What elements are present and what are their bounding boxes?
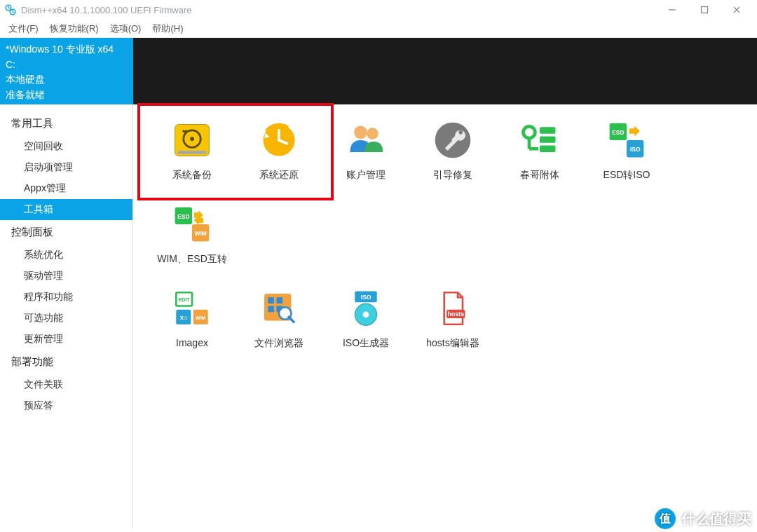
svg-point-19 xyxy=(458,130,463,135)
tool-label: ISO生成器 xyxy=(343,337,389,350)
tool-label: 文件浏览器 xyxy=(254,337,304,350)
sidebar-item-unattend[interactable]: 预应答 xyxy=(0,395,132,416)
sidebar-group-controlpanel: 控制面板 xyxy=(0,220,132,245)
sidebar-item-driver-mgmt[interactable]: 驱动管理 xyxy=(0,266,132,287)
svg-text:ESD: ESD xyxy=(177,213,189,220)
wrench-gear-icon xyxy=(431,118,475,162)
menu-help[interactable]: 帮助(H) xyxy=(148,21,187,36)
watermark-text: 什么值得买 xyxy=(681,510,751,528)
svg-text:ISO: ISO xyxy=(360,294,371,301)
svg-rect-3 xyxy=(702,7,708,13)
svg-point-15 xyxy=(354,125,367,139)
watermark-badge-icon: 值 xyxy=(655,508,676,529)
sidebar-item-space-reclaim[interactable]: 空间回收 xyxy=(0,136,132,157)
tool-system-restore[interactable]: 系统还原 xyxy=(236,114,322,198)
green-blocks-icon xyxy=(518,118,561,162)
tool-chunge[interactable]: 春哥附体 xyxy=(496,114,583,198)
sidebar-item-system-optimize[interactable]: 系统优化 xyxy=(0,245,132,266)
app-icon xyxy=(4,4,17,16)
users-icon xyxy=(344,118,388,162)
svg-text:WIM: WIM xyxy=(195,230,207,237)
svg-rect-41 xyxy=(268,297,274,303)
menu-options[interactable]: 选项(O) xyxy=(106,21,146,36)
hosts-icon: hosts xyxy=(431,287,475,330)
svg-text:ISO: ISO xyxy=(630,146,641,153)
tool-label: Imagex xyxy=(176,337,208,348)
content-toolbox: 系统备份 系统还原 xyxy=(133,104,757,528)
tool-label: 春哥附体 xyxy=(520,169,559,182)
svg-point-20 xyxy=(524,126,536,138)
tool-file-browser[interactable]: 文件浏览器 xyxy=(236,282,322,367)
tool-iso-generator[interactable]: ISO ISO生成器 xyxy=(322,282,409,367)
tool-label: 系统还原 xyxy=(259,169,299,182)
imagex-icon: EDIT X:\ WIM xyxy=(170,287,214,330)
window-title: Dism++x64 10.1.1000.100 UEFI Firmware xyxy=(21,5,656,15)
backup-hdd-icon xyxy=(170,118,214,162)
tool-label: ESD转ISO xyxy=(603,169,650,182)
svg-rect-42 xyxy=(277,297,283,303)
svg-rect-22 xyxy=(540,136,556,142)
sidebar-item-appx[interactable]: Appx管理 xyxy=(0,178,132,199)
svg-rect-10 xyxy=(177,151,206,154)
image-info-panel[interactable]: *Windows 10 专业版 x64 C: 本地硬盘 准备就绪 xyxy=(0,38,133,104)
tool-imagex[interactable]: EDIT X:\ WIM Imagex xyxy=(149,282,236,367)
wim-esd-icon: ESD WIM xyxy=(170,203,214,246)
sidebar-group-common: 常用工具 xyxy=(0,111,132,136)
menubar: 文件(F) 恢复功能(R) 选项(O) 帮助(H) xyxy=(0,20,757,38)
info-disk: 本地硬盘 xyxy=(6,72,128,88)
info-status: 准备就绪 xyxy=(6,88,128,103)
tool-wim-esd-swap[interactable]: ESD WIM WIM、ESD互转 xyxy=(149,198,236,282)
info-os: *Windows 10 专业版 x64 xyxy=(6,42,128,57)
tool-label: 系统备份 xyxy=(172,169,212,182)
svg-line-46 xyxy=(289,317,294,322)
svg-text:hosts: hosts xyxy=(448,311,464,318)
svg-rect-21 xyxy=(540,127,556,133)
tool-label: 引导修复 xyxy=(433,169,472,182)
infobar: *Windows 10 专业版 x64 C: 本地硬盘 准备就绪 xyxy=(0,38,757,104)
esd-iso-icon: ESD ISO xyxy=(605,118,648,162)
svg-text:WIM: WIM xyxy=(196,315,206,320)
infobar-spacer xyxy=(133,38,757,104)
tool-system-backup[interactable]: 系统备份 xyxy=(149,114,236,198)
titlebar: Dism++x64 10.1.1000.100 UEFI Firmware xyxy=(0,0,757,20)
svg-text:X:\: X:\ xyxy=(180,315,188,321)
minimize-button[interactable] xyxy=(656,0,688,20)
sidebar-group-deploy: 部署功能 xyxy=(0,350,132,374)
main: 常用工具 空间回收 启动项管理 Appx管理 工具箱 控制面板 系统优化 驱动管… xyxy=(0,104,757,528)
tool-boot-repair[interactable]: 引导修复 xyxy=(409,114,496,198)
svg-point-16 xyxy=(367,128,378,139)
bottom-strip xyxy=(0,528,757,532)
svg-text:EDIT: EDIT xyxy=(179,297,191,302)
svg-rect-43 xyxy=(268,306,274,313)
menu-file[interactable]: 文件(F) xyxy=(4,21,43,36)
tool-label: 账户管理 xyxy=(346,169,386,182)
svg-rect-23 xyxy=(540,146,556,152)
svg-point-9 xyxy=(190,137,194,141)
sidebar-item-startup[interactable]: 启动项管理 xyxy=(0,157,132,178)
sidebar: 常用工具 空间回收 启动项管理 Appx管理 工具箱 控制面板 系统优化 驱动管… xyxy=(0,104,133,528)
sidebar-item-optional[interactable]: 可选功能 xyxy=(0,308,132,329)
tool-label: hosts编辑器 xyxy=(426,337,479,350)
tool-esd-to-iso[interactable]: ESD ISO ESD转ISO xyxy=(583,114,670,198)
restore-clock-icon xyxy=(257,118,301,162)
maximize-button[interactable] xyxy=(688,0,721,20)
tool-account-mgmt[interactable]: 账户管理 xyxy=(322,114,409,198)
iso-disc-icon: ISO xyxy=(344,287,388,330)
svg-text:ESD: ESD xyxy=(612,129,624,136)
menu-recover[interactable]: 恢复功能(R) xyxy=(46,21,103,36)
tool-hosts-editor[interactable]: hosts hosts编辑器 xyxy=(409,282,496,367)
close-button[interactable] xyxy=(721,0,753,20)
sidebar-item-programs[interactable]: 程序和功能 xyxy=(0,287,132,308)
tool-row-1: 系统备份 系统还原 xyxy=(149,114,742,282)
tool-label: WIM、ESD互转 xyxy=(157,253,227,266)
sidebar-item-updates[interactable]: 更新管理 xyxy=(0,329,132,350)
sidebar-item-file-assoc[interactable]: 文件关联 xyxy=(0,374,132,395)
sidebar-item-toolbox[interactable]: 工具箱 xyxy=(0,199,132,220)
watermark: 值 什么值得买 xyxy=(655,508,751,529)
info-drive: C: xyxy=(6,57,128,73)
file-browser-icon xyxy=(257,287,301,330)
tool-row-2: EDIT X:\ WIM Imagex xyxy=(149,282,742,367)
svg-point-50 xyxy=(363,311,369,318)
